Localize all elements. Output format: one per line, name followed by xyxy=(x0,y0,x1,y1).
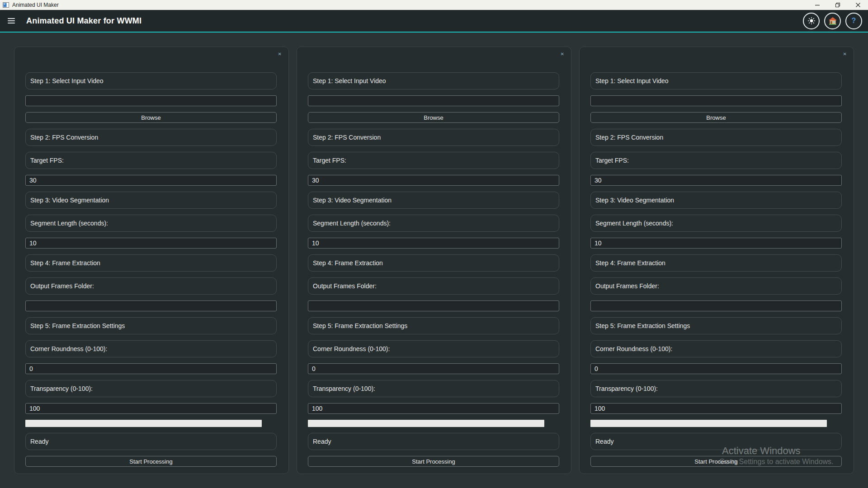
page-title: Animated UI Maker for WWMI xyxy=(26,16,142,26)
app-header: Animated UI Maker for WWMI xyxy=(0,10,868,33)
target-fps-label: Target FPS: xyxy=(25,152,277,169)
step1-label: Step 1: Select Input Video xyxy=(308,72,559,89)
progress-bar xyxy=(590,420,827,427)
step3-label: Step 3: Video Segmentation xyxy=(308,192,559,209)
start-processing-button[interactable]: Start Processing xyxy=(25,456,277,467)
os-titlebar: Animated UI Maker xyxy=(0,0,868,10)
menu-icon[interactable] xyxy=(8,18,15,23)
minimize-icon xyxy=(815,2,820,8)
input-video-field[interactable] xyxy=(25,95,277,106)
output-folder-label: Output Frames Folder: xyxy=(308,277,559,295)
output-folder-field[interactable] xyxy=(590,300,842,311)
status-label: Ready xyxy=(308,433,559,450)
step4-label: Step 4: Frame Extraction xyxy=(308,254,559,272)
corner-roundness-label: Corner Roundness (0-100): xyxy=(25,340,277,357)
status-label: Ready xyxy=(590,433,842,450)
step2-label: Step 2: FPS Conversion xyxy=(590,129,842,146)
minimize-button[interactable] xyxy=(807,0,827,10)
step5-label: Step 5: Frame Extraction Settings xyxy=(308,317,559,334)
home-button[interactable] xyxy=(824,13,841,29)
transparency-field[interactable] xyxy=(590,403,842,414)
help-button[interactable]: ? xyxy=(845,13,862,29)
transparency-label: Transparency (0-100): xyxy=(308,380,559,397)
browse-button[interactable]: Browse xyxy=(590,112,842,123)
step3-label: Step 3: Video Segmentation xyxy=(590,192,842,209)
panel-close-icon[interactable]: ✕ xyxy=(278,52,282,56)
target-fps-field[interactable] xyxy=(25,175,277,186)
step4-label: Step 4: Frame Extraction xyxy=(25,254,277,272)
processing-panel-2: ✕ Step 1: Select Input Video Browse Step… xyxy=(297,47,571,474)
segment-length-label: Segment Length (seconds): xyxy=(308,215,559,232)
step2-label: Step 2: FPS Conversion xyxy=(25,129,277,146)
segment-length-label: Segment Length (seconds): xyxy=(590,215,842,232)
step4-label: Step 4: Frame Extraction xyxy=(590,254,842,272)
theme-toggle-button[interactable] xyxy=(803,13,820,29)
app-window-icon xyxy=(3,2,9,8)
transparency-field[interactable] xyxy=(308,403,559,414)
close-icon xyxy=(855,2,861,8)
restore-button[interactable] xyxy=(827,0,848,10)
segment-length-field[interactable] xyxy=(590,238,842,249)
segment-length-field[interactable] xyxy=(25,238,277,249)
restore-icon xyxy=(835,2,840,8)
start-processing-button[interactable]: Start Processing xyxy=(590,456,842,467)
input-video-field[interactable] xyxy=(308,95,559,106)
home-icon xyxy=(828,17,837,25)
browse-button[interactable]: Browse xyxy=(25,112,277,123)
step2-label: Step 2: FPS Conversion xyxy=(308,129,559,146)
help-icon: ? xyxy=(852,17,856,25)
transparency-label: Transparency (0-100): xyxy=(25,380,277,397)
corner-roundness-field[interactable] xyxy=(25,363,277,374)
target-fps-label: Target FPS: xyxy=(590,152,842,169)
step5-label: Step 5: Frame Extraction Settings xyxy=(590,317,842,334)
step1-label: Step 1: Select Input Video xyxy=(25,72,277,89)
panel-close-icon[interactable]: ✕ xyxy=(561,52,564,56)
processing-panel-1: ✕ Step 1: Select Input Video Browse Step… xyxy=(14,47,289,474)
progress-bar xyxy=(25,420,262,427)
step3-label: Step 3: Video Segmentation xyxy=(25,192,277,209)
corner-roundness-label: Corner Roundness (0-100): xyxy=(308,340,559,357)
target-fps-field[interactable] xyxy=(308,175,559,186)
corner-roundness-label: Corner Roundness (0-100): xyxy=(590,340,842,357)
transparency-field[interactable] xyxy=(25,403,277,414)
target-fps-label: Target FPS: xyxy=(308,152,559,169)
output-folder-label: Output Frames Folder: xyxy=(25,277,277,295)
browse-button[interactable]: Browse xyxy=(308,112,559,123)
input-video-field[interactable] xyxy=(590,95,842,106)
output-folder-label: Output Frames Folder: xyxy=(590,277,842,295)
step5-label: Step 5: Frame Extraction Settings xyxy=(25,317,277,334)
progress-bar xyxy=(308,420,544,427)
panel-close-icon[interactable]: ✕ xyxy=(843,52,847,56)
segment-length-label: Segment Length (seconds): xyxy=(25,215,277,232)
corner-roundness-field[interactable] xyxy=(308,363,559,374)
output-folder-field[interactable] xyxy=(25,300,277,311)
corner-roundness-field[interactable] xyxy=(590,363,842,374)
main-content: ✕ Step 1: Select Input Video Browse Step… xyxy=(0,33,868,474)
step1-label: Step 1: Select Input Video xyxy=(590,72,842,89)
processing-panel-3: ✕ Step 1: Select Input Video Browse Step… xyxy=(579,47,854,474)
segment-length-field[interactable] xyxy=(308,238,559,249)
status-label: Ready xyxy=(25,433,277,450)
output-folder-field[interactable] xyxy=(308,300,559,311)
start-processing-button[interactable]: Start Processing xyxy=(308,456,559,467)
close-button[interactable] xyxy=(848,0,868,10)
target-fps-field[interactable] xyxy=(590,175,842,186)
transparency-label: Transparency (0-100): xyxy=(590,380,842,397)
window-title: Animated UI Maker xyxy=(12,2,59,8)
sun-icon xyxy=(807,17,816,25)
